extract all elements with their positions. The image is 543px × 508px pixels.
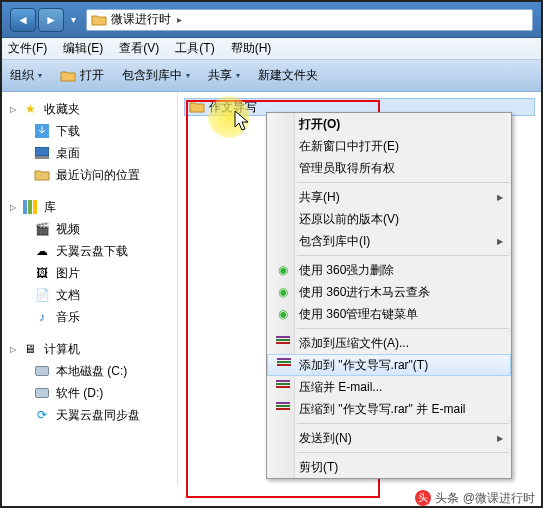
rar-icon	[275, 401, 291, 417]
ctx-open-new-window[interactable]: 在新窗口中打开(E)	[267, 135, 511, 157]
sidebar-libraries[interactable]: ▷ 库	[6, 196, 173, 218]
sidebar-item-documents[interactable]: 📄文档	[6, 284, 173, 306]
sidebar-computer[interactable]: ▷ 🖥 计算机	[6, 338, 173, 360]
sidebar-favorites[interactable]: ▷ ★ 收藏夹	[6, 98, 173, 120]
ctx-360-trojan[interactable]: ◉使用 360进行木马云查杀	[267, 281, 511, 303]
downloads-icon	[34, 123, 50, 139]
cloud-sync-icon: ⟳	[34, 407, 50, 423]
folder-icon	[189, 99, 205, 115]
sidebar-item-cloud-download[interactable]: ☁天翼云盘下载	[6, 240, 173, 262]
recent-icon	[34, 167, 50, 183]
music-icon: ♪	[34, 309, 50, 325]
menu-edit[interactable]: 编辑(E)	[63, 40, 103, 57]
toolbar-open[interactable]: 打开	[60, 67, 104, 84]
toolbar-organize[interactable]: 组织	[10, 67, 42, 84]
nav-back-button[interactable]: ◄	[10, 8, 36, 32]
sidebar-item-pictures[interactable]: 🖼图片	[6, 262, 173, 284]
svg-rect-5	[33, 200, 37, 214]
caret-icon: ▷	[10, 203, 22, 212]
sidebar-item-downloads[interactable]: 下载	[6, 120, 173, 142]
ctx-add-archive[interactable]: 添加到压缩文件(A)...	[267, 332, 511, 354]
documents-icon: 📄	[34, 287, 50, 303]
pictures-icon: 🖼	[34, 265, 50, 281]
disk-icon	[34, 385, 50, 401]
sidebar-item-desktop[interactable]: 桌面	[6, 142, 173, 164]
source-logo-icon: 头	[415, 490, 431, 506]
ctx-360-rightmenu[interactable]: ◉使用 360管理右键菜单	[267, 303, 511, 325]
ctx-compress-email[interactable]: 压缩并 E-mail...	[267, 376, 511, 398]
ctx-include-library[interactable]: 包含到库中(I)	[267, 230, 511, 252]
svg-rect-3	[23, 200, 27, 214]
360-icon: ◉	[275, 262, 291, 278]
folder-icon	[91, 12, 107, 28]
ctx-add-to-rar[interactable]: 添加到 "作文导写.rar"(T)	[267, 354, 511, 376]
ctx-restore-versions[interactable]: 还原以前的版本(V)	[267, 208, 511, 230]
desktop-icon	[34, 145, 50, 161]
context-menu: 打开(O) 在新窗口中打开(E) 管理员取得所有权 共享(H) 还原以前的版本(…	[266, 112, 512, 479]
menu-help[interactable]: 帮助(H)	[231, 40, 272, 57]
libraries-icon	[22, 199, 38, 215]
360-icon: ◉	[275, 306, 291, 322]
nav-history-dropdown[interactable]: ▾	[66, 14, 80, 25]
address-bar[interactable]: 微课进行时 ▸	[86, 9, 533, 31]
rar-icon	[275, 335, 291, 351]
sidebar-item-videos[interactable]: 🎬视频	[6, 218, 173, 240]
toolbar: 组织 打开 包含到库中 共享 新建文件夹	[2, 60, 541, 92]
titlebar: ◄ ► ▾ 微课进行时 ▸	[2, 2, 541, 38]
star-icon: ★	[22, 101, 38, 117]
sidebar-item-disk-c[interactable]: 本地磁盘 (C:)	[6, 360, 173, 382]
menu-tools[interactable]: 工具(T)	[175, 40, 214, 57]
ctx-360-delete[interactable]: ◉使用 360强力删除	[267, 259, 511, 281]
caret-icon: ▷	[10, 345, 22, 354]
ctx-open[interactable]: 打开(O)	[267, 113, 511, 135]
svg-rect-4	[28, 200, 32, 214]
360-icon: ◉	[275, 284, 291, 300]
nav-forward-button[interactable]: ►	[38, 8, 64, 32]
toolbar-newfolder[interactable]: 新建文件夹	[258, 67, 318, 84]
sidebar-item-music[interactable]: ♪音乐	[6, 306, 173, 328]
menubar: 文件(F) 编辑(E) 查看(V) 工具(T) 帮助(H)	[2, 38, 541, 60]
toolbar-share[interactable]: 共享	[208, 67, 240, 84]
menu-file[interactable]: 文件(F)	[8, 40, 47, 57]
sidebar-item-recent[interactable]: 最近访问的位置	[6, 164, 173, 186]
watermark: 头 头条 @微课进行时	[415, 488, 535, 508]
sidebar: ▷ ★ 收藏夹 下载 桌面 最近访问的位置	[2, 92, 178, 486]
cloud-icon: ☁	[34, 243, 50, 259]
caret-icon: ▷	[10, 105, 22, 114]
disk-icon	[34, 363, 50, 379]
chevron-right-icon: ▸	[177, 14, 182, 25]
ctx-cut[interactable]: 剪切(T)	[267, 456, 511, 478]
svg-rect-1	[35, 147, 49, 156]
ctx-compress-rar-email[interactable]: 压缩到 "作文导写.rar" 并 E-mail	[267, 398, 511, 420]
rar-icon	[276, 357, 292, 373]
ctx-admin-own[interactable]: 管理员取得所有权	[267, 157, 511, 179]
rar-icon	[275, 379, 291, 395]
sidebar-item-disk-d[interactable]: 软件 (D:)	[6, 382, 173, 404]
breadcrumb[interactable]: 微课进行时	[111, 11, 171, 28]
computer-icon: 🖥	[22, 341, 38, 357]
svg-rect-2	[35, 156, 49, 159]
ctx-share[interactable]: 共享(H)	[267, 186, 511, 208]
video-icon: 🎬	[34, 221, 50, 237]
menu-view[interactable]: 查看(V)	[119, 40, 159, 57]
sidebar-item-cloud-sync[interactable]: ⟳天翼云盘同步盘	[6, 404, 173, 426]
ctx-send-to[interactable]: 发送到(N)	[267, 427, 511, 449]
toolbar-include[interactable]: 包含到库中	[122, 67, 190, 84]
